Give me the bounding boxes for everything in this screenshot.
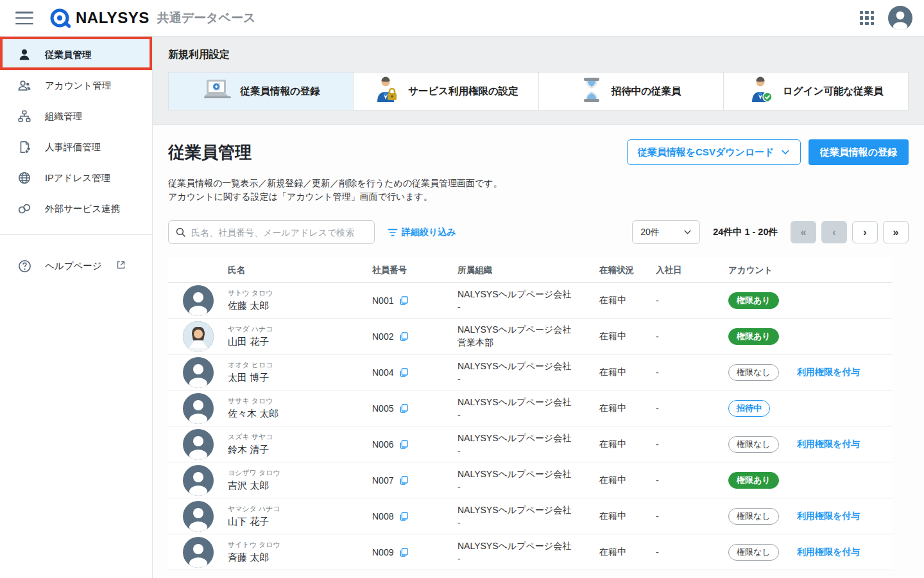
employee-furigana: ササキ タロウ (228, 396, 372, 406)
next-page-button[interactable]: › (852, 221, 878, 243)
employee-name: 鈴木 清子 (228, 444, 372, 456)
apps-grid-icon[interactable] (860, 11, 874, 25)
account-badge: 権限なし (728, 508, 779, 525)
hire-date: - (656, 295, 728, 306)
copy-icon[interactable] (398, 547, 409, 557)
copy-icon[interactable] (398, 367, 409, 378)
hire-date: - (656, 439, 728, 450)
main-content: 新規利用設定 従業員情報の登録 サービス利用権限の設定 (153, 37, 924, 578)
step-label: サービス利用権限の設定 (408, 85, 518, 98)
org-dept: - (458, 482, 599, 492)
step-label: 従業員情報の登録 (240, 85, 320, 98)
employee-name: 太田 博子 (228, 372, 372, 384)
grant-permission-link[interactable]: 利用権限を付与 (797, 511, 860, 521)
org-dept: - (458, 374, 599, 384)
step-label: 招待中の従業員 (612, 85, 681, 98)
copy-icon[interactable] (398, 439, 409, 450)
step-service-permission-settings[interactable]: サービス利用権限の設定 (354, 73, 538, 110)
external-link-icon (116, 260, 126, 272)
copy-icon[interactable] (398, 475, 409, 486)
sidebar-item-employee-management[interactable]: 従業員管理 (0, 39, 152, 70)
table-row[interactable]: ヤマダ ハナコ 山田 花子 N002 NALYSYSヘルプページ会社 営業本部 … (168, 319, 892, 355)
table-row[interactable]: ヤマシタ ハナコ 山下 花子 N008 NALYSYSヘルプページ会社 - 在籍… (168, 498, 892, 534)
page-title: 従業員管理 (168, 141, 252, 164)
sidebar-item-label: 従業員管理 (45, 49, 92, 61)
copy-icon[interactable] (398, 403, 409, 414)
sidebar-item-ip-address-management[interactable]: IPアドレス管理 (0, 162, 152, 193)
hire-date: - (656, 403, 728, 414)
page-description-line1: 従業員情報の一覧表示／新規登録／更新／削除を行うための従業員管理画面です。 (168, 177, 909, 190)
setup-title: 新規利用設定 (168, 48, 909, 62)
status-text: 在籍中 (599, 367, 656, 378)
table-row[interactable]: オオタ ヒロコ 太田 博子 N004 NALYSYSヘルプページ会社 - 在籍中… (168, 355, 892, 390)
table-header: 氏名 社員番号 所属組織 在籍状況 入社日 アカウント (168, 258, 892, 283)
sidebar-item-organization-management[interactable]: 組織管理 (0, 101, 152, 132)
sidebar-item-external-service-link[interactable]: 外部サービス連携 (0, 193, 152, 224)
sidebar-item-help-page[interactable]: ヘルプページ (0, 250, 152, 281)
account-badge: 権限あり (728, 328, 779, 345)
detail-filter-link[interactable]: 詳細絞り込み (388, 227, 456, 238)
app-subtitle: 共通データベース (157, 10, 256, 26)
account-badge: 権限あり (728, 472, 779, 489)
employee-avatar (183, 357, 214, 388)
previous-page-button[interactable]: ‹ (821, 221, 847, 243)
step-invited-employees[interactable]: 招待中の従業員 (539, 73, 724, 110)
copy-icon[interactable] (398, 511, 409, 521)
copy-icon[interactable] (398, 295, 409, 306)
table-row[interactable]: ササキ タロウ 佐々木 太郎 N005 NALYSYSヘルプページ会社 - 在籍… (168, 390, 892, 426)
table-row[interactable]: ヨシザワ タロウ 吉沢 太郎 N007 NALYSYSヘルプページ会社 - 在籍… (168, 462, 892, 498)
setup-steps: 従業員情報の登録 サービス利用権限の設定 招待中の従業員 (168, 72, 909, 110)
table-row[interactable]: スズキ サヤコ 鈴木 清子 N006 NALYSYSヘルプページ会社 - 在籍中… (168, 426, 892, 462)
org-dept: - (458, 554, 599, 564)
globe-icon (17, 170, 32, 186)
copy-icon[interactable] (398, 331, 409, 342)
table-row[interactable]: サイトウ タロウ 斉藤 太郎 N009 NALYSYSヘルプページ会社 - 在籍… (168, 534, 892, 570)
status-text: 在籍中 (599, 403, 656, 414)
user-avatar[interactable] (888, 6, 912, 30)
hire-date: - (656, 475, 728, 486)
last-page-button[interactable]: » (883, 221, 909, 243)
search-input[interactable] (191, 227, 368, 238)
csv-download-button[interactable]: 従業員情報をCSVダウンロード (627, 139, 801, 165)
table-row[interactable]: サトウ タロウ 佐藤 太郎 N001 NALYSYSヘルプページ会社 - 在籍中… (168, 283, 892, 319)
grant-permission-link[interactable]: 利用権限を付与 (797, 439, 860, 449)
chevron-down-icon (781, 148, 790, 157)
account-badge: 招待中 (728, 400, 770, 417)
table-body: サトウ タロウ 佐藤 太郎 N001 NALYSYSヘルプページ会社 - 在籍中… (168, 283, 892, 570)
org-name: NALYSYSヘルプページ会社 (458, 361, 599, 372)
employee-number: N007 (372, 475, 393, 486)
hamburger-menu-icon[interactable] (15, 12, 33, 24)
page-size-select[interactable]: 20件 (632, 220, 700, 244)
employee-name: 山下 花子 (228, 516, 372, 528)
csv-download-label: 従業員情報をCSVダウンロード (638, 146, 774, 159)
employee-furigana: オオタ ヒロコ (228, 360, 372, 370)
search-icon (175, 227, 186, 238)
employee-furigana: サトウ タロウ (228, 288, 372, 298)
app-name: NALYSYS (76, 9, 150, 27)
employee-avatar (183, 429, 214, 460)
employee-furigana: ヤマシタ ハナコ (228, 504, 372, 514)
sidebar-item-label: 組織管理 (45, 110, 82, 123)
sidebar-item-account-management[interactable]: アカウント管理 (0, 70, 152, 101)
account-badge: 権限なし (728, 436, 779, 453)
help-circle-icon (17, 258, 32, 274)
column-header-hire-date: 入社日 (656, 265, 728, 276)
sidebar-item-hr-evaluation-management[interactable]: 人事評価管理 (0, 132, 152, 162)
employee-number: N009 (372, 547, 393, 557)
register-employee-button[interactable]: 従業員情報の登録 (809, 139, 909, 165)
hire-date: - (656, 367, 728, 378)
filter-icon (388, 228, 398, 237)
employee-furigana: サイトウ タロウ (228, 540, 372, 550)
status-text: 在籍中 (599, 475, 656, 486)
org-dept: 営業本部 (458, 337, 599, 349)
employee-name: 斉藤 太郎 (228, 552, 372, 564)
employee-number: N001 (372, 295, 393, 306)
grant-permission-link[interactable]: 利用権限を付与 (797, 367, 860, 377)
status-text: 在籍中 (599, 331, 656, 342)
step-register-employee-info[interactable]: 従業員情報の登録 (169, 73, 354, 110)
grant-permission-link[interactable]: 利用権限を付与 (797, 547, 860, 557)
org-dept: - (458, 446, 599, 456)
first-page-button[interactable]: « (791, 221, 816, 243)
step-login-enabled-employees[interactable]: ログイン可能な従業員 (724, 73, 908, 110)
column-header-organization: 所属組織 (458, 265, 599, 276)
